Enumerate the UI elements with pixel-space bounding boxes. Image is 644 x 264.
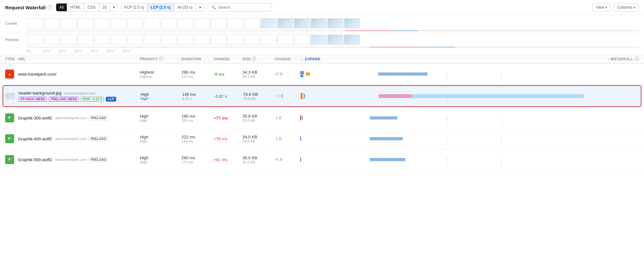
tick-4s: 4.0 s <box>91 49 107 53</box>
frame-p9 <box>161 35 177 45</box>
frame-c2 <box>44 18 60 29</box>
font-icon-3: F <box>5 155 14 164</box>
frame-c8 <box>144 18 160 29</box>
url-main-html[interactable]: www.travelperk.com/ <box>18 72 140 77</box>
frame-c14 <box>244 18 260 29</box>
frame-c3 <box>61 18 77 29</box>
tag-preload-new: PRELOAD (NEW) <box>49 97 79 102</box>
milestone-all-btn[interactable]: All (33 s) <box>174 4 196 11</box>
col-change1: CHANGE <box>214 57 242 61</box>
title-text: Request Waterfall <box>5 5 46 10</box>
frame-p13 <box>227 35 243 45</box>
table-row-img-highlighted: header-background.jpg www.travelperk.com… <box>3 85 641 107</box>
url-main-font2[interactable]: Graphik-400.woff2 www.travelperk.com PRE… <box>18 136 140 141</box>
size-change-font2: -1 B <box>275 136 300 141</box>
frame-c5 <box>94 18 110 29</box>
milestone-fcp-btn[interactable]: FCP (2.5 s) <box>121 4 148 11</box>
filter-all-btn[interactable]: All <box>56 4 67 11</box>
expand-font3 <box>300 157 364 162</box>
table-row-font3: F Graphik-500.woff2 www.travelperk.com P… <box>0 149 644 170</box>
milestone-filter-group: FCP (2.5 s) LCP (2.5 s) All (33 s) ▾ <box>121 3 205 12</box>
priority-cell-font1: High High <box>140 114 182 122</box>
size-change-font1: -1 B <box>275 116 300 120</box>
frame-c15 <box>261 18 277 29</box>
frame-c10 <box>177 18 193 29</box>
url-tags-img: FP=HIGH (NEW) PRELOAD (NEW) DUR: -3.12 S… <box>19 97 140 102</box>
frame-p12 <box>211 35 227 45</box>
view-button[interactable]: View ▾ <box>592 3 611 12</box>
frame-c13 <box>227 18 243 29</box>
col-priority: PRIORITY ? <box>140 57 182 61</box>
expand-bars-html <box>300 71 304 77</box>
current-frames <box>27 18 360 29</box>
size-cell-img: 74.6 KB 74.6 KB <box>243 92 275 101</box>
frame-p3 <box>61 35 77 45</box>
table-header: TYPE URL PRIORITY ? DURATION CHANGE SIZE… <box>0 54 644 64</box>
tick-6s: 6.0 s <box>123 49 139 53</box>
preload-tag-font1: PRELOAD <box>89 116 108 120</box>
filmstrip-current-row: Current <box>5 18 639 29</box>
html-icon: ▲ <box>5 70 14 78</box>
type-cell-font1: F <box>5 113 18 122</box>
frame-p19 <box>327 35 343 45</box>
waterfall-img <box>365 89 638 103</box>
waterfall-font1 <box>364 111 639 125</box>
expand-img <box>301 93 365 99</box>
col-url: URL <box>18 57 140 61</box>
change-cell-font2: +78 ms <box>214 136 242 141</box>
search-box: 🔍 <box>208 3 272 12</box>
frame-c20 <box>344 18 360 29</box>
size-help-icon[interactable]: ? <box>252 57 256 61</box>
waterfall-help-icon[interactable]: ? <box>635 57 639 61</box>
frame-p7 <box>127 35 143 45</box>
frame-p8 <box>144 35 160 45</box>
col-expand[interactable]: ← EXPAND <box>300 57 364 61</box>
milestone-filter-dropdown-btn[interactable]: ▾ <box>196 4 204 11</box>
priority-help-icon[interactable]: ? <box>159 57 163 61</box>
filter-css-btn[interactable]: CSS <box>84 4 99 11</box>
frame-p15 <box>261 35 277 45</box>
priority-cell-img: High High* <box>140 92 182 101</box>
url-main-font1[interactable]: Graphik-300.woff2 www.travelperk.com PRE… <box>18 116 140 120</box>
frame-p10 <box>177 35 193 45</box>
img-thumb <box>6 93 15 99</box>
filter-js-btn[interactable]: JS <box>99 4 110 11</box>
url-cell-font2: Graphik-400.woff2 www.travelperk.com PRE… <box>18 136 140 141</box>
expand-html <box>300 71 364 77</box>
frame-p20 <box>344 35 360 45</box>
milestone-lcp-btn[interactable]: LCP (2.5 s) <box>148 4 174 11</box>
frame-c17 <box>294 18 310 29</box>
tick-5s: 5.0 s <box>107 49 123 53</box>
columns-button[interactable]: Columns ▾ <box>614 3 639 12</box>
multi-bar-font3 <box>300 157 301 162</box>
bar-teal-html <box>300 71 304 74</box>
view-btn-label: View <box>596 5 604 10</box>
type-filter-dropdown-btn[interactable]: ▾ <box>110 4 117 11</box>
frame-p16 <box>277 35 293 45</box>
size-change-html: +0 B <box>275 72 300 76</box>
search-input[interactable] <box>218 5 268 10</box>
duration-cell-font2: 222 ms 144 ms <box>182 135 214 143</box>
change-cell-font1: +77 ms <box>214 116 242 120</box>
current-label: Current <box>5 21 26 25</box>
title-help-icon[interactable]: ? <box>47 5 53 10</box>
frame-p5 <box>94 35 110 45</box>
table-row-html: ▲ www.travelperk.com/ Highest Highest 26… <box>0 64 644 85</box>
frame-p18 <box>311 35 327 45</box>
bar-teal2-html <box>300 75 303 77</box>
col-size: SIZE ? <box>242 57 275 61</box>
col-waterfall: ↓ WATERFALL ? <box>364 57 639 61</box>
timeline-axis: 0 s 1.0 s 2.0 s 3.0 s 4.0 s 5.0 s 6.0 s <box>27 48 639 54</box>
preload-tag-font2: PRELOAD <box>89 136 108 141</box>
frame-c9 <box>161 18 177 29</box>
frame-c19 <box>327 18 343 29</box>
filter-html-btn[interactable]: HTML <box>67 4 84 11</box>
tick-3s: 3.0 s <box>75 49 91 53</box>
tag-dur: DUR: -3.12 S <box>81 97 104 102</box>
expand-font2 <box>300 136 364 141</box>
type-cell-font2: F <box>5 134 18 143</box>
url-main-font3[interactable]: Graphik-500.woff2 www.travelperk.com PRE… <box>18 157 140 162</box>
filmstrip-previous-row: Previous <box>5 35 639 45</box>
size-change-img: +1 B <box>275 94 301 98</box>
url-main-img[interactable]: header-background.jpg www.travelperk.com <box>19 91 140 95</box>
